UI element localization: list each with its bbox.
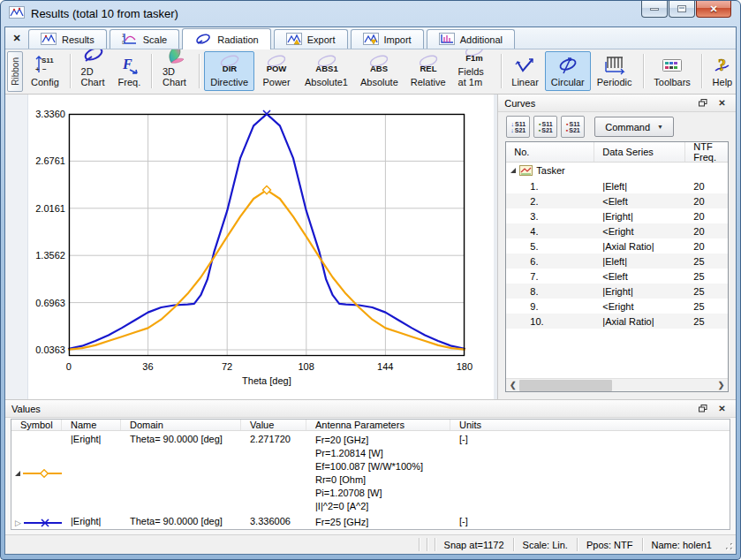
close-button[interactable]: ✕ (696, 1, 731, 18)
curves-toolbar-button-list-sparams-icon[interactable]: ▪S11▪S21 (533, 116, 557, 138)
float-panel-button[interactable] (695, 96, 710, 110)
tab-radiation[interactable]: Radiation (182, 28, 270, 49)
values-table-row[interactable]: ▷|Eright|Theta= 90.0000 [deg]3.336006Fr=… (11, 513, 730, 529)
tree-expanded-icon[interactable] (510, 168, 516, 173)
tab-label: Results (62, 34, 95, 45)
curves-toolbar-button-remove-sparams-icon[interactable]: ▪S11▪S21 (561, 116, 585, 138)
curves-table-row[interactable]: 10.|Axial Ratio|25 (506, 314, 728, 329)
y-tick-label: 0.6963 (28, 298, 65, 308)
curves-table-row[interactable]: 3.|Eright|20 (506, 208, 728, 223)
name-cell: |Eright| (62, 516, 121, 529)
ribbon-button-absolute1[interactable]: ABS1Absolute1 (299, 51, 354, 91)
svg-text:1: 1 (122, 33, 125, 38)
scale-axis-icon: 10 (122, 33, 138, 47)
ntf-freq-value: 20 (685, 241, 728, 252)
svg-text:0: 0 (122, 40, 125, 45)
curves-toolbar-button-plot-sparams-icon[interactable]: ↓S11↓S21 (506, 116, 530, 138)
ribbon-button-power[interactable]: POWPower (254, 51, 299, 91)
maximize-button[interactable] (669, 1, 695, 18)
float-icon (699, 99, 707, 107)
curves-table-row[interactable]: 7.<Eleft25 (506, 269, 728, 284)
scroll-right-arrow[interactable]: ❯ (715, 381, 728, 390)
curves-table: No. Data Series NTF Freq. Tasker1.|Eleft… (505, 141, 729, 392)
column-header-value[interactable]: Value (241, 420, 306, 430)
tree-expanded-icon[interactable] (15, 471, 20, 476)
ribbon-button-absolute[interactable]: ABSAbsolute (354, 51, 405, 91)
ribbon-button-help[interactable]: ?Help (707, 51, 739, 91)
antenna-parameter: Fr=20 [GHz] (315, 434, 450, 447)
values-table-row[interactable]: |Eright|Theta= 90.0000 [deg]2.271720Fr=2… (11, 431, 730, 513)
close-panel-button[interactable]: ✕ (715, 96, 730, 110)
column-header-domain[interactable]: Domain (121, 420, 241, 430)
scroll-left-arrow[interactable]: ❮ (506, 381, 519, 390)
minimize-button[interactable] (641, 1, 668, 18)
float-icon (699, 405, 707, 412)
close-panel-button[interactable]: ✕ (715, 402, 730, 415)
command-label: Command (605, 122, 650, 132)
ribbon-side-tab[interactable]: Ribbon (7, 51, 23, 91)
ribbon-button-toolbars[interactable]: Toolbars (647, 51, 697, 91)
scrollbar-thumb[interactable] (519, 380, 612, 391)
resize-grip[interactable] (721, 538, 735, 552)
export-chart-icon (286, 33, 302, 47)
svg-text:−: − (42, 65, 47, 73)
ribbon-button-directive[interactable]: DIRDirective (204, 51, 254, 91)
column-header-name[interactable]: Name (62, 420, 121, 430)
data-series-name: |Eleft| (594, 181, 685, 192)
ribbon-separator (643, 54, 644, 88)
chevron-down-icon: ▼ (657, 124, 663, 130)
curves-panel-titlebar: Curves ✕ (498, 95, 736, 112)
ribbon-button-relative[interactable]: RELRelative (405, 51, 452, 91)
ribbon-button-periodic[interactable]: Periodic (591, 51, 639, 91)
status-snap: Snap at=1172 (435, 535, 513, 554)
float-panel-button[interactable] (695, 402, 710, 415)
ribbon-button-fields-at-1m[interactable]: F1mFields at 1m (452, 51, 496, 91)
ribbon-toolbar: Ribbon S11+−Config2D ChartFFreq.3D Chart… (5, 49, 736, 95)
column-header-symbol[interactable]: Symbol (11, 420, 62, 430)
tab-additional[interactable]: Additional (427, 29, 515, 49)
horizontal-scrollbar[interactable]: ❮ ❯ (506, 378, 728, 391)
antenna-parameter: |I|^2=0 [A^2] (315, 500, 450, 513)
column-header-no[interactable]: No. (506, 142, 594, 162)
antenna-parameter: Ef=100.087 [W/W*100%] (315, 460, 450, 473)
symbol-cell: ▷ (11, 516, 62, 529)
symbol-cell (11, 434, 62, 513)
curves-table-row[interactable]: 8.|Eright|25 (506, 284, 728, 299)
ribbon-button-2d-chart[interactable]: 2D Chart (75, 51, 112, 91)
tab-export[interactable]: Export (274, 29, 348, 49)
name-cell: |Eright| (62, 434, 121, 513)
ribbon-button-config[interactable]: S11+−Config (25, 51, 65, 91)
curves-table-row[interactable]: 2.<Eleft20 (506, 193, 728, 208)
tab-results[interactable]: Results (28, 29, 107, 49)
row-number: 6. (506, 256, 594, 267)
tab-import[interactable]: Import (351, 29, 424, 49)
column-header-ntf-freq[interactable]: NTF Freq. (685, 142, 728, 162)
column-header-units[interactable]: Units (450, 420, 730, 430)
ribbon-button-freq[interactable]: FFreq. (112, 51, 147, 91)
radiation-plot[interactable] (69, 114, 465, 356)
column-header-data-series[interactable]: Data Series (594, 142, 685, 162)
tree-collapsed-icon[interactable]: ▷ (15, 518, 21, 527)
import-chart-icon (363, 33, 379, 47)
curves-table-row[interactable]: 5.|Axial Ratio|20 (506, 238, 728, 254)
column-header-antenna-parameters[interactable]: Antenna Parameters (306, 420, 450, 430)
command-dropdown-button[interactable]: Command▼ (594, 117, 674, 137)
ribbon-button-label: Relative (411, 77, 446, 87)
tab-scale[interactable]: 10Scale (110, 29, 180, 49)
ribbon-close-button[interactable]: ✕ (5, 27, 28, 49)
ribbon-button-label: Periodic (597, 77, 632, 87)
tree-group-tasker[interactable]: Tasker (506, 163, 728, 178)
ribbon-button-3d-chart[interactable]: 3D Chart (156, 51, 195, 91)
curves-table-row[interactable]: 6.|Eleft|25 (506, 254, 728, 269)
ribbon-button-circular[interactable]: Circular (545, 51, 591, 91)
curves-table-row[interactable]: 4.<Eright20 (506, 223, 728, 238)
ribbon-button-label: Linear (511, 77, 539, 87)
ribbon-button-linear[interactable]: Linear (505, 51, 545, 91)
curves-panel-title: Curves (504, 98, 535, 109)
ribbon-separator (151, 54, 152, 88)
tab-label: Additional (460, 34, 503, 45)
data-series-name: |Axial Ratio| (594, 316, 685, 327)
curves-table-row[interactable]: 9.<Eright25 (506, 299, 728, 314)
curves-table-row[interactable]: 1.|Eleft|20 (506, 178, 728, 193)
values-table: Symbol Name Domain Value Antenna Paramet… (11, 419, 730, 530)
